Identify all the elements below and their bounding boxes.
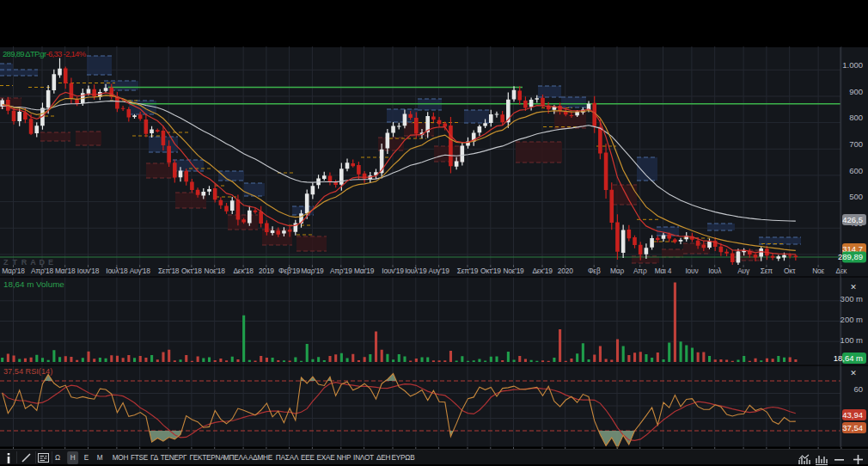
svg-text:Αυγ'19: Αυγ'19: [429, 267, 450, 275]
svg-text:Μαι'19: Μαι'19: [354, 267, 375, 275]
svg-text:Νοε'18: Νοε'18: [205, 267, 226, 275]
svg-text:900: 900: [849, 87, 863, 96]
svg-text:289,89: 289,89: [838, 252, 863, 261]
svg-text:43,94: 43,94: [842, 410, 863, 420]
svg-text:800: 800: [849, 113, 863, 122]
svg-text:Αυγ: Αυγ: [737, 267, 750, 275]
svg-text:Σεπ'18: Σεπ'18: [158, 267, 180, 275]
svg-text:Νοε: Νοε: [812, 267, 824, 275]
svg-text:D: D: [40, 258, 46, 267]
svg-text:Z: Z: [3, 258, 9, 267]
svg-text:E: E: [48, 258, 53, 267]
svg-text:Μαρ'19: Μαρ'19: [301, 267, 324, 275]
svg-text:Οκτ'18: Οκτ'18: [181, 267, 202, 275]
svg-text:R: R: [21, 258, 28, 267]
svg-text:Οκτ: Οκτ: [784, 267, 796, 275]
svg-text:Απρ'19: Απρ'19: [330, 267, 352, 275]
svg-text:18,64 m Volume: 18,64 m Volume: [3, 279, 64, 289]
svg-text:Οκτ'19: Οκτ'19: [480, 267, 501, 275]
svg-text:Δεκ: Δεκ: [835, 267, 847, 275]
svg-text:1.000: 1.000: [842, 60, 863, 70]
svg-text:500: 500: [849, 192, 863, 201]
svg-text:Απρ: Απρ: [633, 267, 647, 275]
svg-text:Μαι 4: Μαι 4: [655, 267, 672, 275]
svg-text:Φεβ: Φεβ: [588, 267, 601, 275]
svg-text:Μαρ: Μαρ: [610, 267, 624, 275]
svg-text:Δεκ'18: Δεκ'18: [233, 267, 254, 275]
svg-text:37,54: 37,54: [842, 423, 863, 432]
svg-text:Απρ'18: Απρ'18: [31, 267, 53, 275]
svg-text:✕: ✕: [850, 369, 857, 377]
svg-text:Ιουν: Ιουν: [685, 267, 698, 275]
svg-text:289,89 ΔTP.gr-6,33 -2,14%: 289,89 ΔTP.gr-6,33 -2,14%: [3, 49, 87, 58]
svg-text:37,54 RSI(14): 37,54 RSI(14): [3, 367, 52, 376]
svg-text:Νοε'19: Νοε'19: [503, 267, 524, 275]
svg-text:T: T: [12, 258, 17, 267]
svg-text:Δεκ'19: Δεκ'19: [532, 267, 553, 275]
svg-text:Φεβ'19: Φεβ'19: [278, 267, 300, 275]
svg-text:Σεπ'19: Σεπ'19: [457, 267, 479, 275]
svg-text:600: 600: [849, 166, 863, 175]
svg-text:Ιουν'18: Ιουν'18: [77, 267, 100, 275]
svg-text:300 m: 300 m: [840, 294, 863, 304]
svg-text:Ιουλ'18: Ιουλ'18: [106, 267, 128, 275]
svg-text:426,5: 426,5: [842, 215, 863, 224]
svg-text:A: A: [30, 258, 36, 267]
svg-text:Αυγ'18: Αυγ'18: [130, 267, 151, 275]
svg-text:100 m: 100 m: [840, 335, 863, 345]
svg-text:200 m: 200 m: [840, 315, 863, 324]
svg-text:2020: 2020: [558, 267, 573, 275]
svg-text:2019: 2019: [259, 267, 274, 275]
svg-text:700: 700: [849, 139, 863, 149]
svg-text:Σεπ: Σεπ: [761, 267, 773, 275]
svg-text:✕: ✕: [850, 283, 857, 291]
svg-text:Μαρ'18: Μαρ'18: [2, 267, 25, 275]
svg-text:Μαι'18: Μαι'18: [55, 267, 76, 275]
svg-text:Ιουλ: Ιουλ: [708, 267, 722, 275]
svg-text:60: 60: [853, 384, 863, 394]
svg-text:Ιουλ'19: Ιουλ'19: [405, 267, 427, 275]
svg-text:18,64 m: 18,64 m: [834, 353, 863, 363]
svg-text:Ιουν'19: Ιουν'19: [382, 267, 404, 275]
